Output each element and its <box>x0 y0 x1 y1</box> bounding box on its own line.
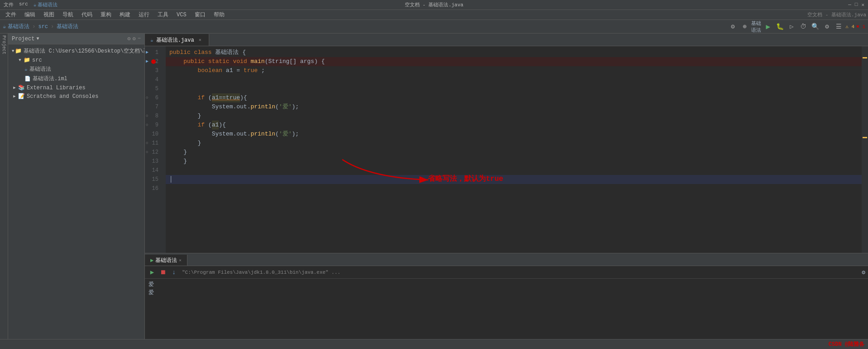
tree-item-iml[interactable]: 📄 基础语法.iml <box>8 74 144 83</box>
panel-header: Project ▼ ⚙ ⚙ − <box>8 34 144 44</box>
gutter-mark-2 <box>863 137 867 138</box>
tab-close-icon[interactable]: ✕ <box>197 37 203 43</box>
scroll-end-button[interactable]: ↓ <box>169 268 178 277</box>
breadcrumb-class: ☕ 基础语法 <box>34 1 58 8</box>
menu-edit[interactable]: 编辑 <box>21 10 39 19</box>
menu-build[interactable]: 构建 <box>116 10 134 19</box>
tab-icon: ☕ <box>150 37 153 43</box>
menu-code[interactable]: 代码 <box>78 10 96 19</box>
errors-badge: ✖ 1 <box>856 24 865 29</box>
code-line-3: boolean a1 = true ; <box>166 66 862 75</box>
close-button[interactable]: ✕ <box>861 2 864 8</box>
run-button[interactable]: ▶ <box>763 22 773 32</box>
menu-file[interactable]: 文件 <box>2 10 20 19</box>
project-tab-vertical[interactable]: Project <box>1 35 6 54</box>
minimize-button[interactable]: — <box>848 2 851 8</box>
menu-help[interactable]: 帮助 <box>210 10 228 19</box>
tree-item-scratches[interactable]: ▶ 📝 Scratches and Consoles <box>8 92 144 101</box>
menu-window[interactable]: 窗口 <box>191 10 209 19</box>
window-controls[interactable]: — □ ✕ <box>848 2 864 8</box>
rerun-button[interactable]: ▶ <box>148 268 157 277</box>
menu-view[interactable]: 视图 <box>40 10 58 19</box>
ln-8: ○ 8 <box>145 111 162 121</box>
status-bar: CSDN @陆雅各 <box>0 339 868 349</box>
folder-icon-root: 📁 <box>15 48 22 54</box>
run-tab-close[interactable]: ✕ <box>179 258 181 263</box>
menu-run[interactable]: 运行 <box>135 10 153 19</box>
menu-button[interactable]: ☰ <box>834 22 844 32</box>
menu-vcs[interactable]: VCS <box>173 11 190 19</box>
add-config-button[interactable]: ⊕ <box>739 22 749 32</box>
iml-icon: 📄 <box>24 76 31 82</box>
ln-6-collapse: ○ <box>146 93 148 102</box>
run-tab[interactable]: ▶ 基础语法 ✕ <box>145 255 187 266</box>
code-content[interactable]: public class 基础语法 { public static void m… <box>166 46 862 253</box>
menu-file[interactable]: 文件 <box>4 1 14 8</box>
tree-arrow-src: ▼ <box>17 58 23 63</box>
code-line-12: } <box>166 148 862 157</box>
ln-9-collapse: ○ <box>146 121 148 130</box>
ln-6: ○ 6 <box>145 93 162 102</box>
code-line-15: │ <box>166 175 862 184</box>
breadcrumb-src: src <box>19 1 28 8</box>
coverage-button[interactable]: ▷ <box>786 22 796 32</box>
window-title-menu: 空文档 - 基础语法.java <box>807 11 866 18</box>
tree-arrow-extlibs: ▶ <box>12 85 17 91</box>
status-right: CSDN @陆雅各 <box>829 340 864 348</box>
gutter-mark-1 <box>863 57 867 58</box>
run-command-text: "C:\Program Files\Java\jdk1.8.0_311\bin\… <box>180 270 342 275</box>
tree-item-src-label: src <box>32 57 42 63</box>
run-config-dropdown[interactable]: 基础语法 <box>751 22 761 32</box>
maximize-button[interactable]: □ <box>855 2 858 8</box>
ln-16: 16 <box>145 184 162 193</box>
ln-1: ▶ 1 <box>145 48 162 57</box>
profiler-button[interactable]: ⏱ <box>798 22 808 32</box>
ln-11-collapse: ○ <box>146 139 148 148</box>
stop-button[interactable]: ⏹ <box>158 268 168 277</box>
menu-refactor[interactable]: 重构 <box>97 10 115 19</box>
panel-gear-icon[interactable]: ⚙ <box>133 35 136 42</box>
breadcrumb-sep2: › <box>51 24 54 30</box>
ln-15: 15 <box>145 175 162 184</box>
gear-button[interactable]: ⚙ <box>822 22 832 32</box>
menu-navigate[interactable]: 导航 <box>59 10 77 19</box>
toolbar-right: ⚙ ⊕ 基础语法 ▶ 🐛 ▷ ⏱ 🔍 ⚙ ☰ ⚠ 4 ✖ 1 <box>728 22 865 32</box>
tab-javafile[interactable]: ☕ 基础语法.java ✕ <box>145 34 209 46</box>
csdn-logo: CSDN @陆雅各 <box>829 340 864 348</box>
ln-12: ○ 12 <box>145 148 162 157</box>
tree-item-scratches-label: Scratches and Consoles <box>27 93 98 100</box>
breadcrumb-file: 基础语法 <box>57 23 78 30</box>
settings-button[interactable]: ⚙ <box>728 22 738 32</box>
java-icon: ☕ <box>24 66 28 72</box>
panel-content: ▼ 📁 基础语法 C:\Users\12566\Desktop\空文档\基础语法… <box>8 44 144 339</box>
debug-button[interactable]: 🐛 <box>775 22 785 32</box>
title-bar: 文件 src ☕ 基础语法 空文档 - 基础语法.java — □ ✕ <box>0 0 868 10</box>
breadcrumb-sep1: › <box>32 24 35 30</box>
panel-dropdown-icon[interactable]: ▼ <box>36 36 39 41</box>
run-tab-icon: ▶ <box>150 257 153 264</box>
sidebar-strip: Project <box>0 34 8 339</box>
search-button[interactable]: 🔍 <box>810 22 820 32</box>
ln-2-debug-dot <box>151 59 156 64</box>
code-line-1: public class 基础语法 { <box>166 48 862 57</box>
tree-item-root[interactable]: ▼ 📁 基础语法 C:\Users\12566\Desktop\空文档\基础语法 <box>8 46 144 56</box>
tree-item-src[interactable]: ▼ 📁 src <box>8 56 144 64</box>
tree-item-extlibs[interactable]: ▶ 📚 External Libraries <box>8 83 144 92</box>
ln-9: ○ 9 <box>145 121 162 130</box>
panel-hide-icon[interactable]: − <box>138 35 141 42</box>
panel-title: Project ▼ <box>12 36 39 42</box>
code-line-8: } <box>166 111 862 121</box>
window-title: 空文档 - 基础语法.java <box>405 1 464 8</box>
output-line-2: 爱 <box>149 289 864 297</box>
panel-settings-icon[interactable]: ⚙ <box>127 35 130 42</box>
code-line-11: } <box>166 139 862 148</box>
tree-arrow-root: ▼ <box>12 48 14 54</box>
breadcrumb-class-name: 基础语法 <box>8 23 29 30</box>
tree-item-javafile[interactable]: ☕ 基础语法 <box>8 64 144 74</box>
code-editor[interactable]: ▶ 1 ▶ 2 3 4 5 ○ 6 7 <box>145 46 868 253</box>
menu-tools[interactable]: 工具 <box>154 10 172 19</box>
tree-arrow-scratches: ▶ <box>12 94 17 99</box>
settings-gear[interactable]: ⚙ <box>862 269 865 276</box>
code-line-5 <box>166 84 862 93</box>
right-gutter <box>862 46 868 253</box>
